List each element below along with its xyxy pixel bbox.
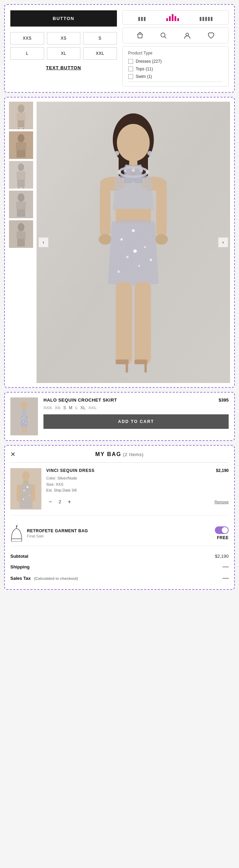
filter-divider xyxy=(128,82,223,82)
thumbnail-3[interactable] xyxy=(9,161,33,189)
nav-icons-row xyxy=(122,28,229,43)
svg-point-68 xyxy=(21,401,28,409)
bar-chart-controls xyxy=(122,10,229,25)
size-xl[interactable]: XL xyxy=(47,47,81,60)
cart-item-name-vinci: VINCI SEQUIN DRESS xyxy=(46,468,94,473)
gallery-prev-button[interactable]: ‹ xyxy=(39,238,48,247)
text-button[interactable]: TEXT BUTTON xyxy=(10,65,117,70)
bars-left-icon[interactable] xyxy=(138,14,146,21)
svg-point-10 xyxy=(18,134,24,142)
gallery-next-button[interactable]: › xyxy=(218,238,228,247)
thumbnail-2[interactable] xyxy=(9,131,33,159)
svg-point-73 xyxy=(22,418,23,420)
checkbox-swim[interactable] xyxy=(128,74,133,79)
right-panel: Product Type Dresses (227) Tops (11) Swi… xyxy=(122,10,229,87)
toggle-thumb xyxy=(222,527,228,533)
svg-rect-11 xyxy=(16,142,26,150)
svg-rect-71 xyxy=(22,427,24,434)
size-option-l[interactable]: L xyxy=(75,405,78,410)
svg-point-45 xyxy=(120,238,123,241)
qty-minus-button[interactable]: − xyxy=(46,498,54,506)
bars-mid-icon[interactable] xyxy=(166,14,179,21)
section-gallery: ‹ › xyxy=(4,97,235,388)
filter-dresses[interactable]: Dresses (227) xyxy=(128,59,223,64)
svg-point-64 xyxy=(146,170,149,174)
size-option-s[interactable]: S xyxy=(63,405,66,410)
size-xxl[interactable]: XXL xyxy=(83,47,117,60)
svg-point-82 xyxy=(27,486,29,488)
section-shopping-bag: ✕ MY BAG (2 Items) xyxy=(4,445,235,590)
size-option-m[interactable]: M xyxy=(69,405,72,410)
add-to-cart-button[interactable]: ADD TO CART xyxy=(43,414,229,429)
svg-point-84 xyxy=(23,498,24,500)
svg-point-81 xyxy=(23,490,25,491)
filter-tops[interactable]: Tops (11) xyxy=(128,67,223,71)
summary-tax-row: Sales Tax (Calculated in checkout) — xyxy=(10,572,229,584)
checkbox-dresses[interactable] xyxy=(128,59,133,64)
size-s[interactable]: S xyxy=(83,32,117,44)
svg-point-48 xyxy=(126,256,129,258)
svg-rect-12 xyxy=(17,150,26,158)
gallery-layout: ‹ › xyxy=(9,102,230,383)
product-info: HALO SEQUIN CROCHET SKIRT $395 XXS XS S … xyxy=(43,397,229,429)
svg-point-66 xyxy=(147,151,152,156)
thumbnail-5[interactable] xyxy=(9,220,33,248)
svg-rect-39 xyxy=(156,184,167,236)
svg-rect-58 xyxy=(145,363,147,372)
garment-bag-right: FREE xyxy=(215,526,229,540)
svg-rect-86 xyxy=(31,484,35,502)
filter-swim[interactable]: Swim (1) xyxy=(128,74,223,79)
svg-point-2 xyxy=(186,33,189,36)
size-option-xxs[interactable]: XXS xyxy=(43,405,52,410)
svg-point-83 xyxy=(29,495,30,496)
bars-right-icon[interactable] xyxy=(200,14,212,21)
filter-title: Product Type xyxy=(128,51,223,55)
thumbnail-4[interactable] xyxy=(9,191,33,218)
svg-rect-15 xyxy=(17,171,26,180)
filter-swim-label: Swim (1) xyxy=(136,74,152,79)
size-xxs[interactable]: XXS xyxy=(10,32,44,44)
svg-point-75 xyxy=(26,420,26,420)
product-thumbnail xyxy=(10,397,38,435)
svg-point-46 xyxy=(132,229,135,232)
search-icon[interactable] xyxy=(159,31,168,40)
garment-bag-name: RETROFETE GARMENT BAG xyxy=(27,528,211,533)
shipping-label: Shipping xyxy=(10,564,30,569)
cart-item-size: Size: XXS xyxy=(46,482,229,488)
product-row: HALO SEQUIN CROCHET SKIRT $395 XXS XS S … xyxy=(10,397,229,435)
toggle-container[interactable] xyxy=(215,526,229,534)
svg-point-51 xyxy=(150,259,152,261)
toggle-track[interactable] xyxy=(215,526,229,534)
size-xs[interactable]: XS xyxy=(47,32,81,44)
svg-rect-54 xyxy=(135,282,151,364)
remove-item-button[interactable]: Remove xyxy=(215,500,229,504)
qty-plus-button[interactable]: + xyxy=(65,498,73,506)
thumbnail-list xyxy=(9,102,33,383)
svg-point-63 xyxy=(140,169,143,172)
svg-point-34 xyxy=(117,124,150,162)
checkbox-tops[interactable] xyxy=(128,67,133,71)
close-bag-button[interactable]: ✕ xyxy=(10,451,16,458)
tax-sub: (Calculated in checkout) xyxy=(34,576,78,581)
svg-point-20 xyxy=(18,193,24,202)
primary-button[interactable]: BUTTON xyxy=(10,10,117,27)
svg-point-0 xyxy=(161,33,165,37)
size-option-xl[interactable]: XL xyxy=(80,405,86,410)
tax-label: Sales Tax (Calculated in checkout) xyxy=(10,576,78,581)
size-option-xs[interactable]: XS xyxy=(55,405,61,410)
bag-item-count: (2 Items) xyxy=(123,452,143,457)
size-l[interactable]: L xyxy=(10,47,44,60)
filter-dresses-label: Dresses (227) xyxy=(136,59,162,64)
svg-point-4 xyxy=(18,104,24,113)
bag-title: MY BAG xyxy=(95,451,121,457)
garment-bag-sub: Final Sale xyxy=(27,534,211,538)
garment-bag-icon xyxy=(10,525,23,542)
thumbnail-1[interactable] xyxy=(9,102,33,129)
size-option-xxl[interactable]: XXL xyxy=(88,405,97,410)
account-icon[interactable] xyxy=(183,31,191,40)
heart-icon[interactable] xyxy=(207,31,215,40)
filter-tops-label: Tops (11) xyxy=(136,67,153,71)
size-options: XXS XS S M L XL XXL xyxy=(43,405,229,410)
shipping-value: — xyxy=(222,563,229,570)
bag-icon[interactable] xyxy=(136,31,144,40)
